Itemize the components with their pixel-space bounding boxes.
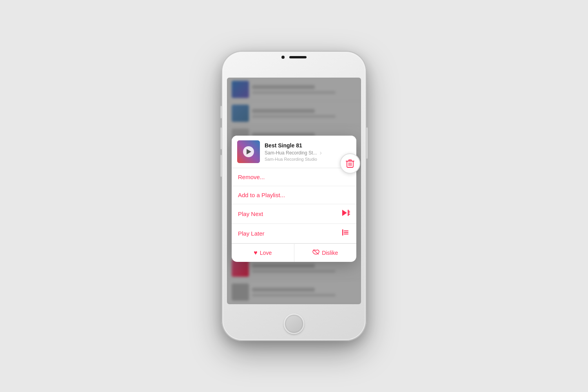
play-next-label: Play Next (238, 211, 263, 217)
power-button[interactable] (366, 127, 368, 159)
menu-item-add-playlist[interactable]: Add to a Playlist... (232, 186, 356, 204)
dislike-icon (312, 249, 319, 257)
dislike-button[interactable]: Dislike (294, 244, 357, 262)
add-playlist-label: Add to a Playlist... (238, 192, 285, 198)
svg-rect-6 (344, 230, 348, 231)
svg-rect-7 (344, 232, 348, 233)
svg-marker-1 (342, 210, 347, 216)
remove-label: Remove... (238, 174, 265, 180)
bottom-actions-row: ♥ Love Dislike (232, 243, 356, 262)
svg-rect-3 (348, 212, 350, 213)
artist-name: Sam-Hua Recording St... (265, 150, 317, 156)
play-later-label: Play Later (238, 230, 265, 237)
album-art (237, 140, 260, 163)
song-title: Best Single 81 (265, 142, 351, 149)
song-header[interactable]: Best Single 81 Sam-Hua Recording St... ›… (232, 136, 356, 168)
screen-content: Best Single 81 Sam-Hua Recording St... ›… (227, 78, 361, 304)
phone-top-bar (221, 56, 367, 59)
menu-item-play-later[interactable]: Play Later (232, 224, 356, 243)
trash-icon (346, 159, 354, 168)
play-later-icon (342, 229, 350, 238)
play-circle (243, 146, 254, 157)
play-overlay (237, 140, 260, 163)
svg-rect-8 (344, 234, 348, 234)
svg-rect-2 (348, 211, 350, 212)
speaker-bar (289, 56, 307, 58)
context-menu-card: Best Single 81 Sam-Hua Recording St... ›… (232, 136, 356, 262)
phone-screen: Best Single 81 Sam-Hua Recording St... ›… (227, 78, 361, 304)
play-next-icon (342, 210, 350, 218)
heart-icon: ♥ (254, 249, 258, 256)
trash-icon-circle[interactable] (340, 153, 360, 174)
play-triangle-icon (247, 149, 251, 154)
love-label: Love (260, 250, 272, 256)
song-studio: Sam-Hua Recording Studio (265, 157, 351, 162)
home-button[interactable] (284, 314, 304, 334)
menu-item-remove[interactable]: Remove... (232, 168, 356, 186)
chevron-right-icon: › (319, 149, 321, 156)
love-button[interactable]: ♥ Love (232, 244, 294, 262)
dislike-label: Dislike (322, 250, 338, 256)
song-artist: Sam-Hua Recording St... › (265, 149, 351, 156)
svg-rect-5 (342, 229, 343, 236)
volume-down-button[interactable] (220, 155, 222, 177)
svg-rect-4 (348, 214, 350, 215)
mute-button[interactable] (220, 106, 222, 118)
volume-up-button[interactable] (220, 127, 222, 149)
song-info: Best Single 81 Sam-Hua Recording St... ›… (265, 142, 351, 162)
camera-dot (281, 56, 285, 59)
phone-device: Best Single 81 Sam-Hua Recording St... ›… (221, 51, 367, 341)
menu-item-play-next[interactable]: Play Next (232, 204, 356, 224)
